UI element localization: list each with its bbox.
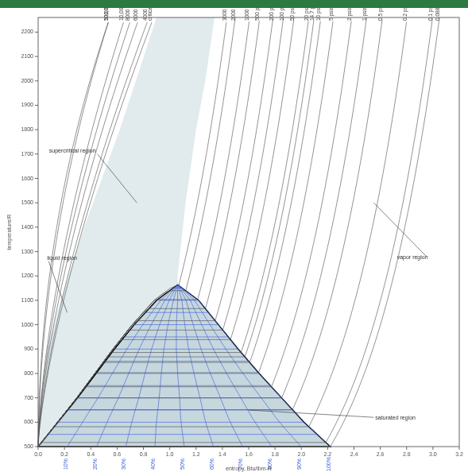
isobar-label: 500 psia (254, 8, 261, 21)
isobar-label: 14.7 psia (309, 8, 315, 21)
x-tick-label: 1.4 (219, 451, 226, 457)
isobar-label: 0.0887 psia (435, 8, 441, 21)
x-tick-label: 2.4 (350, 451, 358, 457)
isobar-label: 100 psia (279, 8, 285, 21)
y-tick-label: 2200 (21, 29, 33, 34)
quality-tick: 90% (296, 459, 302, 470)
y-tick-label: 1900 (21, 102, 33, 107)
ts-diagram: 10%20%30%40%50%60%70%80%90%100%100,000 p… (0, 8, 468, 476)
isobar-label: 0.1 psia (427, 8, 434, 21)
x-tick-label: 3.0 (429, 451, 437, 457)
x-tick-label: 1.8 (271, 451, 279, 457)
x-tick-label: 2.0 (297, 451, 305, 457)
isobar-label: 50,000 psia (103, 8, 110, 21)
y-tick-label: 1200 (21, 273, 33, 278)
x-tick-label: 0.6 (114, 451, 122, 457)
header-accent (0, 0, 468, 8)
x-tick-label: 0.0 (34, 451, 42, 457)
annotation-supercritical: supercritical region (49, 148, 96, 154)
quality-tick: 100% (326, 457, 331, 471)
isobar-label: 10,000 psia (118, 8, 125, 21)
isobar-label: 200 psia (269, 8, 275, 21)
isobar-label: 5 psia (328, 8, 335, 21)
x-tick-label: 3.2 (455, 451, 463, 457)
annotation-saturated: saturated region (375, 415, 416, 421)
isobar-label: 1 psia (362, 8, 368, 21)
quality-tick: 30% (121, 459, 126, 470)
quality-tick: 60% (209, 459, 215, 470)
x-tick-label: 0.2 (60, 451, 68, 457)
quality-tick: 50% (180, 459, 185, 470)
x-tick-label: 1.0 (166, 451, 174, 457)
x-tick-label: 2.8 (403, 451, 411, 457)
x-tick-label: 2.6 (377, 451, 385, 457)
x-axis-label: entropy, Btu/lbm-R (226, 466, 272, 472)
y-axis-label: temperature/R (6, 215, 13, 250)
isobar-label: 0.2 psia (402, 8, 408, 21)
y-tick-label: 700 (24, 395, 33, 401)
x-tick-label: 0.8 (140, 451, 148, 457)
x-tick-label: 0.4 (87, 451, 95, 457)
quality-tick: 40% (150, 459, 156, 470)
isobar-label: 10 psia (315, 8, 322, 21)
x-tick-label: 1.2 (192, 451, 200, 457)
isobar-label: 8000 psia (125, 8, 131, 21)
y-tick-label: 500 (24, 443, 33, 449)
isobar-label: 2000 psia (230, 8, 237, 21)
quality-tick: 20% (92, 459, 98, 470)
x-tick-label: 1.6 (245, 451, 253, 457)
y-tick-label: 1400 (21, 224, 33, 230)
isobar-label: 50 psia (289, 8, 296, 21)
y-tick-label: 1000 (21, 322, 33, 327)
y-tick-label: 2000 (21, 78, 33, 83)
y-tick-label: 1100 (21, 297, 33, 303)
y-tick-label: 1800 (21, 126, 33, 132)
isobar-label: 0.5 psia (377, 8, 384, 21)
y-tick-label: 2100 (21, 53, 33, 59)
x-tick-label: 2.2 (324, 451, 332, 457)
annotation-liquid: liquid region (47, 255, 77, 261)
y-tick-label: 1700 (21, 151, 33, 157)
isobar-label: 2 psia (346, 8, 353, 21)
y-tick-label: 600 (24, 419, 33, 424)
y-tick-label: 1600 (21, 176, 33, 181)
isobar-label: 1000 psia (244, 8, 250, 21)
isobar-label: 6000 psia (133, 8, 139, 21)
y-tick-label: 1300 (21, 249, 33, 254)
isobar-label: critical 3200 psia (147, 8, 153, 21)
y-tick-label: 800 (24, 370, 33, 376)
y-tick-label: 900 (24, 346, 33, 351)
annotation-vapor: vapor region (397, 254, 428, 261)
isobar-label: 3000 psia (222, 8, 228, 21)
quality-tick: 10% (63, 459, 68, 470)
y-tick-label: 1500 (21, 199, 33, 205)
